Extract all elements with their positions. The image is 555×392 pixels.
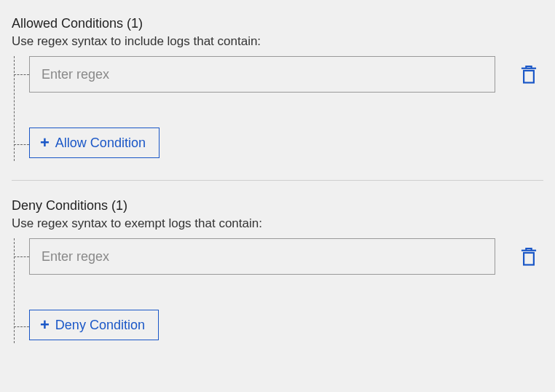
tree-connector-vertical [14,238,15,343]
svg-rect-1 [524,71,534,83]
allowed-conditions-tree: + Allow Condition [12,56,543,161]
allowed-regex-input[interactable] [29,56,495,93]
delete-condition-button[interactable] [519,64,539,85]
deny-conditions-title: Deny Conditions (1) [12,198,543,213]
allowed-conditions-section: Allowed Conditions (1) Use regex syntax … [12,16,543,161]
trash-icon [521,247,537,266]
add-allow-condition-button[interactable]: + Allow Condition [29,128,160,158]
add-allow-condition-label: Allow Condition [55,136,146,151]
allowed-conditions-subtitle: Use regex syntax to include logs that co… [12,34,543,49]
tree-connector-horizontal [14,326,29,327]
section-divider [12,180,543,181]
deny-regex-input[interactable] [29,238,495,275]
tree-connector-horizontal [14,74,29,75]
add-condition-row: + Allow Condition [29,128,543,161]
add-condition-row: + Deny Condition [29,310,543,343]
plus-icon: + [40,317,50,333]
tree-connector-horizontal [14,256,29,257]
condition-row [29,238,543,275]
condition-row [29,56,543,93]
delete-condition-button[interactable] [519,246,539,267]
tree-connector-horizontal [14,144,29,145]
plus-icon: + [40,135,50,151]
svg-rect-3 [524,253,534,265]
deny-conditions-subtitle: Use regex syntax to exempt logs that con… [12,216,543,231]
deny-conditions-section: Deny Conditions (1) Use regex syntax to … [12,198,543,343]
trash-icon [521,65,537,84]
allowed-conditions-title: Allowed Conditions (1) [12,16,543,31]
deny-conditions-tree: + Deny Condition [12,238,543,343]
add-deny-condition-label: Deny Condition [55,318,145,333]
add-deny-condition-button[interactable]: + Deny Condition [29,310,159,340]
tree-connector-vertical [14,56,15,161]
